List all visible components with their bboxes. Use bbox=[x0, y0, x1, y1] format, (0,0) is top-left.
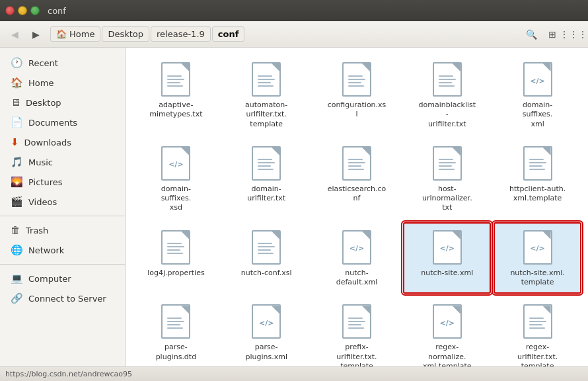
toolbar: ◀ ▶ 🏠 Home Desktop release-1.9 conf 🔍 ⊞ … bbox=[0, 21, 588, 48]
main-area: 🕐 Recent 🏠 Home 🖥 Desktop 📄 Documents ⬇ … bbox=[0, 48, 588, 366]
home-icon: 🏠 bbox=[56, 29, 67, 39]
file-icon-host-urlnormalizer bbox=[431, 145, 463, 182]
view-grid-button[interactable]: ⋮⋮⋮ bbox=[564, 25, 583, 44]
documents-icon: 📄 bbox=[11, 116, 23, 128]
file-label-parse-plugins-xml: parse-plugins.xml bbox=[237, 343, 296, 362]
file-label-nutch-site-xml: nutch-site.xml bbox=[421, 269, 473, 278]
sidebar-item-documents[interactable]: 📄 Documents bbox=[3, 112, 122, 132]
file-label-nutch-site-xml-template: nutch-site.xml.template bbox=[510, 269, 564, 288]
trash-icon: 🗑 bbox=[11, 224, 20, 236]
file-item-regex-urlfilter-txt-template[interactable]: regex-urlfilter.txt.template bbox=[494, 296, 581, 366]
file-icon-prefix-urlfilter bbox=[341, 303, 373, 340]
close-button[interactable] bbox=[5, 6, 15, 15]
sidebar-item-pictures[interactable]: 🌄 Pictures bbox=[3, 172, 122, 192]
file-icon-nutch-site-xml-template: </> bbox=[522, 229, 554, 266]
file-icon-regex-normalize-xml-template: </> bbox=[431, 303, 463, 340]
file-area: adaptive-mimetypes.txt automaton-urlfilt… bbox=[126, 48, 588, 366]
sidebar-label-trash: Trash bbox=[26, 226, 48, 235]
file-item-domain-suffixes-xsd[interactable]: </> domain-suffixes.xsd bbox=[132, 138, 220, 220]
file-item-parse-plugins-dtd[interactable]: parse-plugins.dtd bbox=[132, 296, 220, 366]
file-item-host-urlnormalizer[interactable]: host-urlnormalizer.txt bbox=[403, 138, 491, 220]
sidebar-divider-1 bbox=[0, 216, 125, 216]
pictures-icon: 🌄 bbox=[11, 176, 23, 188]
file-item-nutch-site-xml-template[interactable]: </> nutch-site.xml.template bbox=[494, 222, 581, 294]
breadcrumb-home[interactable]: 🏠 Home bbox=[50, 26, 100, 42]
file-item-parse-plugins-xml[interactable]: </> parse-plugins.xml bbox=[223, 296, 311, 366]
file-item-regex-normalize-xml-template[interactable]: </> regex-normalize.xml.template bbox=[403, 296, 491, 366]
file-item-nutch-default-xml[interactable]: </> nutch-default.xml bbox=[313, 222, 401, 294]
network-icon: 🌐 bbox=[11, 244, 23, 256]
status-url: https://blog.csdn.net/andrewcao95 bbox=[5, 370, 132, 378]
file-item-adaptive-mimetypes[interactable]: adaptive-mimetypes.txt bbox=[132, 54, 220, 136]
file-item-prefix-urlfilter[interactable]: prefix-urlfilter.txt.template bbox=[313, 296, 401, 366]
connect-icon: 🔗 bbox=[11, 292, 23, 304]
music-icon: 🎵 bbox=[11, 156, 23, 168]
minimize-button[interactable] bbox=[18, 6, 27, 15]
file-item-elasticsearch-conf[interactable]: elasticsearch.conf bbox=[313, 138, 401, 220]
file-item-httpclient-auth[interactable]: httpclient-auth.xml.template bbox=[494, 138, 581, 220]
sidebar-item-downloads[interactable]: ⬇ Downloads bbox=[3, 132, 122, 152]
sidebar-label-documents: Documents bbox=[28, 118, 77, 128]
sidebar-label-connect: Connect to Server bbox=[28, 294, 106, 304]
sidebar-item-music[interactable]: 🎵 Music bbox=[3, 152, 122, 172]
file-item-automaton-urlfilter[interactable]: automaton-urlfilter.txt.template bbox=[223, 54, 311, 136]
sidebar-item-network[interactable]: 🌐 Network bbox=[3, 240, 122, 260]
file-item-domain-suffixes-xml[interactable]: </> domain-suffixes.xml bbox=[494, 54, 581, 136]
sidebar-item-videos[interactable]: 🎬 Videos bbox=[3, 192, 122, 212]
view-list-button[interactable]: ⊞ bbox=[543, 25, 562, 44]
file-label-regex-normalize-xml-template: regex-normalize.xml.template bbox=[418, 343, 477, 366]
sidebar-item-trash[interactable]: 🗑 Trash bbox=[3, 220, 122, 240]
file-icon-nutch-default-xml: </> bbox=[341, 229, 373, 266]
home-sidebar-icon: 🏠 bbox=[11, 77, 23, 89]
file-item-configuration-xsl[interactable]: configuration.xsl bbox=[313, 54, 401, 136]
file-label-domain-urlfilter: domain-urlfilter.txt bbox=[237, 185, 296, 204]
file-icon-elasticsearch-conf bbox=[341, 145, 373, 182]
sidebar: 🕐 Recent 🏠 Home 🖥 Desktop 📄 Documents ⬇ … bbox=[0, 48, 126, 366]
sidebar-label-desktop: Desktop bbox=[26, 98, 61, 108]
file-label-adaptive-mimetypes: adaptive-mimetypes.txt bbox=[149, 101, 202, 120]
sidebar-label-videos: Videos bbox=[28, 197, 57, 207]
downloads-icon: ⬇ bbox=[11, 136, 19, 148]
file-icon-nutch-conf-xsl bbox=[250, 229, 282, 266]
file-label-domain-suffixes-xsd: domain-suffixes.xsd bbox=[146, 185, 205, 213]
sidebar-item-recent[interactable]: 🕐 Recent bbox=[3, 53, 122, 73]
computer-icon: 💻 bbox=[11, 273, 23, 284]
file-label-nutch-conf-xsl: nutch-conf.xsl bbox=[241, 269, 292, 278]
file-icon-configuration-xsl bbox=[341, 61, 373, 98]
file-icon-domainblacklist-urlfilter bbox=[431, 61, 463, 98]
window-controls bbox=[5, 6, 40, 15]
file-grid: adaptive-mimetypes.txt automaton-urlfilt… bbox=[132, 54, 581, 366]
file-icon-automaton-urlfilter bbox=[250, 61, 282, 98]
file-icon-parse-plugins-xml: </> bbox=[250, 303, 282, 340]
forward-button[interactable]: ▶ bbox=[26, 25, 45, 44]
toolbar-right: 🔍 ⊞ ⋮⋮⋮ bbox=[522, 25, 583, 44]
sidebar-divider-2 bbox=[0, 264, 125, 265]
sidebar-item-computer[interactable]: 💻 Computer bbox=[3, 269, 122, 288]
sidebar-item-desktop[interactable]: 🖥 Desktop bbox=[3, 93, 122, 112]
status-bar: https://blog.csdn.net/andrewcao95 bbox=[0, 366, 588, 381]
file-item-nutch-conf-xsl[interactable]: nutch-conf.xsl bbox=[223, 222, 311, 294]
file-label-httpclient-auth: httpclient-auth.xml.template bbox=[509, 185, 566, 204]
sidebar-item-home[interactable]: 🏠 Home bbox=[3, 73, 122, 93]
maximize-button[interactable] bbox=[30, 6, 40, 15]
file-item-domain-urlfilter[interactable]: domain-urlfilter.txt bbox=[223, 138, 311, 220]
file-icon-regex-urlfilter-txt-template bbox=[522, 303, 554, 340]
file-item-nutch-site-xml[interactable]: </> nutch-site.xml bbox=[403, 222, 491, 294]
file-label-host-urlnormalizer: host-urlnormalizer.txt bbox=[418, 185, 477, 213]
file-icon-domain-suffixes-xml: </> bbox=[522, 61, 554, 98]
search-button[interactable]: 🔍 bbox=[522, 25, 540, 44]
sidebar-label-music: Music bbox=[28, 157, 53, 167]
file-label-elasticsearch-conf: elasticsearch.conf bbox=[327, 185, 386, 204]
file-item-domainblacklist-urlfilter[interactable]: domainblacklist-urlfilter.txt bbox=[403, 54, 491, 136]
file-icon-domain-urlfilter bbox=[250, 145, 282, 182]
file-icon-domain-suffixes-xsd: </> bbox=[160, 145, 192, 182]
breadcrumb-conf[interactable]: conf bbox=[212, 26, 245, 42]
file-item-log4j-properties[interactable]: log4j.properties bbox=[132, 222, 220, 294]
sidebar-item-connect[interactable]: 🔗 Connect to Server bbox=[3, 288, 122, 308]
breadcrumb-release[interactable]: release-1.9 bbox=[151, 26, 211, 42]
sidebar-label-home: Home bbox=[28, 78, 54, 88]
back-button[interactable]: ◀ bbox=[5, 25, 24, 44]
breadcrumb-desktop[interactable]: Desktop bbox=[102, 26, 149, 42]
file-label-domainblacklist-urlfilter: domainblacklist-urlfilter.txt bbox=[418, 101, 477, 129]
file-label-domain-suffixes-xml: domain-suffixes.xml bbox=[508, 101, 568, 129]
